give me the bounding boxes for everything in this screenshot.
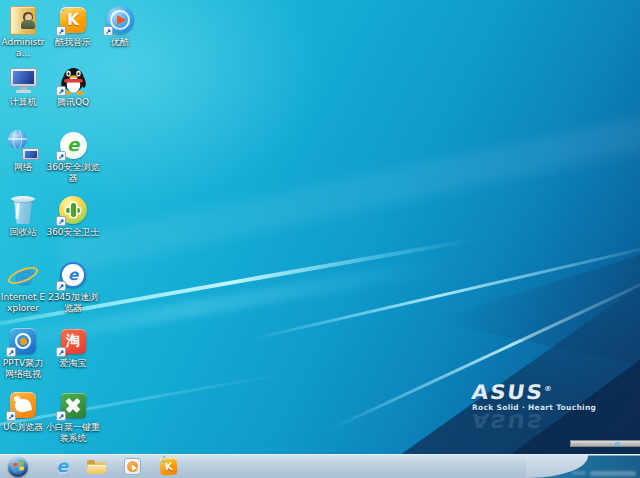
desktop-icon-computer[interactable]: 计算机: [0, 64, 46, 108]
windows-orb-icon: [8, 457, 28, 477]
shortcut-arrow-icon: [56, 347, 66, 357]
asus-tagline: Rock Solid · Heart Touching: [472, 403, 592, 412]
asus-logo-reflection: ASUS: [471, 412, 603, 430]
shortcut-arrow-icon: [56, 151, 66, 161]
shortcut-arrow-icon: [6, 411, 16, 421]
wallpaper-streak: [250, 241, 640, 341]
desktop-icon-kuwo-music[interactable]: ♪K 酷我音乐: [46, 4, 100, 48]
wallpaper-streak: [329, 263, 640, 430]
wallpaper-streak: [56, 99, 640, 274]
shortcut-arrow-icon: [56, 216, 66, 226]
icon-label: 腾讯QQ: [57, 97, 89, 108]
tray-blur-fragment: [590, 471, 636, 476]
shortcut-arrow-icon: [6, 347, 16, 357]
shortcut-arrow-icon: [103, 26, 113, 36]
desktop-icon-uc-browser[interactable]: UC浏览器: [0, 389, 46, 433]
icon-label: 360安全卫士: [46, 227, 99, 238]
icon-label: 360安全浏览器: [46, 162, 100, 184]
youku-icon: [103, 4, 137, 36]
internet-explorer-icon: e: [6, 259, 40, 291]
desktop-icon-360-safety-guard[interactable]: 360安全卫士: [46, 194, 100, 238]
shortcut-arrow-icon: [56, 86, 66, 96]
computer-icon: [6, 64, 40, 96]
taskbar-media-player-button[interactable]: [119, 455, 145, 478]
taskbar: e ♪ K: [0, 454, 640, 478]
desktop-icon-xiaobaicai-reinstall[interactable]: 小白菜一键重装系统: [46, 389, 100, 444]
2345-browser-icon: e: [56, 259, 90, 291]
icon-label: PPTV聚力 网络电视: [0, 358, 46, 380]
taskbar-internet-explorer-button[interactable]: e: [49, 455, 75, 478]
pptv-icon: [6, 325, 40, 357]
browser-e-glyph: e: [67, 136, 79, 154]
shortcut-arrow-icon: [56, 26, 66, 36]
desktop-icon-ai-taobao[interactable]: 淘 爱淘宝: [46, 325, 100, 369]
icon-label: UC浏览器: [3, 422, 43, 433]
ie-icon: e: [56, 458, 68, 475]
xiaobaicai-icon: [56, 389, 90, 421]
music-note-icon: ♪: [160, 454, 166, 464]
start-button[interactable]: [5, 455, 31, 478]
shortcut-arrow-icon: [56, 411, 66, 421]
tencent-qq-icon: [56, 64, 90, 96]
scrollbar-knob[interactable]: [615, 442, 620, 446]
registered-mark: ®: [543, 385, 552, 393]
administrator-folder-icon: [6, 4, 40, 36]
desktop-icon-pptv[interactable]: PPTV聚力 网络电视: [0, 325, 46, 380]
desktop-icon-360-secure-browser[interactable]: e 360安全浏览器: [46, 129, 100, 184]
wallpaper-dark-wedge: [430, 255, 640, 365]
kuwo-k-glyph: K: [67, 11, 79, 29]
mini-scrollbar[interactable]: ···: [570, 440, 640, 447]
taobao-glyph: 淘: [66, 332, 80, 350]
asus-logo: ASUS®: [470, 379, 603, 402]
network-icon: [6, 129, 40, 161]
kuwo-music-icon: ♪K: [56, 4, 90, 36]
icon-label: 优酷: [111, 37, 129, 48]
folder-icon: [87, 460, 106, 474]
tray-blur-fragment: [572, 471, 586, 475]
icon-label: 网络: [14, 162, 32, 173]
scrollbar-dots: ···: [573, 441, 582, 446]
taskbar-explorer-button[interactable]: [83, 455, 109, 478]
desktop-icon-recycle-bin[interactable]: 回收站: [0, 194, 46, 238]
desktop-icon-youku[interactable]: 优酷: [95, 4, 145, 48]
icon-label: 回收站: [10, 227, 37, 238]
icon-label: 爱淘宝: [60, 358, 87, 369]
ai-taobao-icon: 淘: [56, 325, 90, 357]
360-browser-icon: e: [56, 129, 90, 161]
desktop-icon-network[interactable]: 网络: [0, 129, 46, 173]
browser-e-glyph: e: [68, 268, 78, 283]
desktop-screen: ASUS® Rock Solid · Heart Touching ASUS A…: [0, 0, 640, 478]
recycle-bin-icon: [6, 194, 40, 226]
desktop-icon-tencent-qq[interactable]: 腾讯QQ: [46, 64, 100, 108]
kuwo-icon: ♪ K: [159, 457, 177, 475]
shortcut-arrow-icon: [56, 281, 66, 291]
360-safety-guard-icon: [56, 194, 90, 226]
asus-logo-text: ASUS: [470, 380, 545, 404]
icon-label: Internet Explorer: [0, 292, 46, 314]
desktop-icon-2345-browser[interactable]: e 2345加速浏览器: [46, 259, 100, 314]
desktop-icon-administrator-folder[interactable]: Administra...: [0, 4, 46, 59]
asus-branding: ASUS® Rock Solid · Heart Touching ASUS: [472, 379, 592, 430]
icon-label: Administra...: [0, 37, 46, 59]
taskbar-kuwo-button[interactable]: ♪ K: [155, 455, 181, 478]
wallpaper-dark-wedge: [400, 285, 640, 455]
icon-label: 酷我音乐: [55, 37, 91, 48]
uc-browser-icon: [6, 389, 40, 421]
media-player-icon: [124, 458, 141, 475]
desktop-icon-internet-explorer[interactable]: e Internet Explorer: [0, 259, 46, 314]
icon-label: 小白菜一键重装系统: [46, 422, 100, 444]
icon-label: 2345加速浏览器: [46, 292, 100, 314]
icon-label: 计算机: [10, 97, 37, 108]
music-note-icon: ♪: [61, 3, 67, 13]
